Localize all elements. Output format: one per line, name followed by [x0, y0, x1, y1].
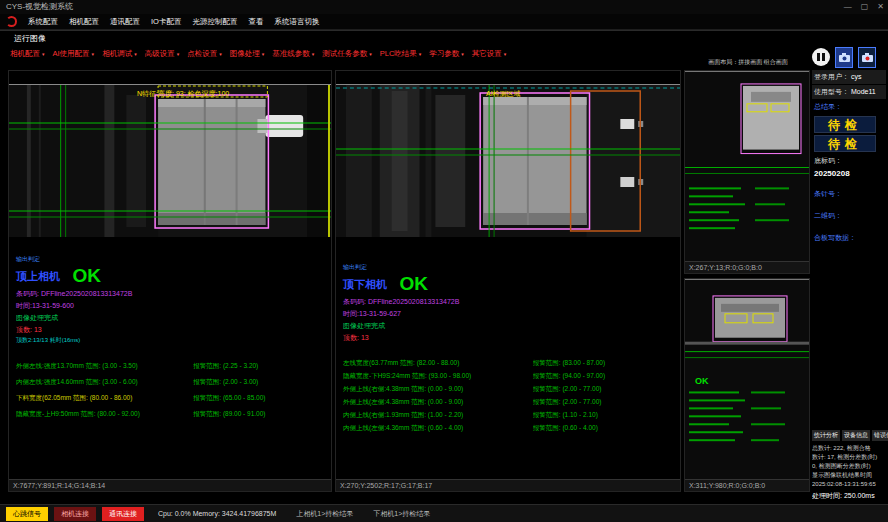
result-panel-bottom: 输出判定 顶下相机 OK 条码码: DFFline202502081331347…	[343, 263, 676, 434]
menu-camera-config[interactable]: 相机配置	[69, 14, 99, 29]
tab-device-info[interactable]: 设备信息	[842, 430, 870, 441]
camera-image-bottom-graphic	[336, 85, 680, 237]
maximize-button[interactable]: ▢	[861, 0, 869, 14]
pause-button[interactable]	[812, 48, 830, 66]
menu-comm-config[interactable]: 通讯配置	[110, 14, 140, 29]
app-logo-icon	[6, 16, 17, 27]
menu-io-config[interactable]: IO卡配置	[151, 14, 181, 29]
judge-label: 输出判定	[343, 263, 676, 272]
toolbar-ai-config-button[interactable]: AI使用配置	[53, 49, 95, 59]
window-controls: — ▢ ✕	[844, 0, 884, 14]
pixel-coords-readout: X:267;Y:13;R:0;G:0;B:0	[685, 261, 809, 273]
toolbar-plc-result-button[interactable]: PLC吃结果	[380, 49, 422, 59]
process-status-text: 图像处理完成	[343, 321, 676, 331]
measurement-row: 外侧左线:强度13.70mm 范围: (3.00 - 3.50) 报警范围: (…	[16, 358, 327, 374]
model-select[interactable]: Mode11	[851, 88, 876, 95]
toolbar-spotcheck-button[interactable]: 点检设置	[187, 49, 222, 59]
measurement-rows: 左线宽度(63.77mm 范围: (82.00 - 88.00) 报警范围: (…	[343, 356, 676, 434]
toolbar-camera-config-button[interactable]: 相机配置	[10, 49, 45, 59]
pixel-coords-readout: X:311;Y:980;R:0;G:0;B:0	[685, 479, 809, 491]
tab-error-info[interactable]: 错误信息	[872, 430, 888, 441]
window-title: CYS-视觉检测系统	[6, 2, 73, 11]
status-badge: OK	[399, 273, 428, 294]
base-code-label: 底标码：	[812, 154, 886, 168]
minimize-button[interactable]: —	[844, 0, 852, 14]
toolbar-test-task-params-button[interactable]: 测试任务参数	[322, 49, 372, 59]
toolbar: 相机配置 AI使用配置 相机调试 高级设置 点检设置 图像处理 基准线参数 测试…	[10, 46, 690, 62]
camera-view-bottom: AI检测区域 输出判定 顶下相机 OK 条码码: DFFline20250208…	[335, 70, 681, 492]
extra-timing-text: 顶数2:13/13 耗时(16ms)	[16, 336, 327, 345]
camera-name: 顶下相机	[343, 278, 387, 290]
qr-code-label: 二维码：	[812, 209, 886, 223]
camera-image-bottom[interactable]: AI检测区域	[336, 84, 680, 237]
side-view-2-image[interactable]: OK	[685, 279, 809, 479]
result-box-2: 待检	[814, 135, 876, 152]
stats-tabs: 统计分析 设备信息 错误信息	[812, 430, 886, 441]
pin-number-label: 条针号：	[812, 187, 886, 201]
camera-icon	[862, 53, 873, 62]
measurement-row: 内侧上线(左侧:4.36mm 范围: (0.60 - 4.00) 报警范围: (…	[343, 421, 676, 434]
window-titlebar: CYS-视觉检测系统 — ▢ ✕	[0, 0, 888, 14]
stat-line: 0, 检测图断分差数(时)	[812, 462, 886, 471]
barcode-text: 条码码: DFFline2025020813313472B	[16, 289, 327, 299]
toolbar-advanced-settings-button[interactable]: 高级设置	[145, 49, 180, 59]
count-text: 顶数: 13	[16, 325, 327, 335]
measurement-row: 隐藏宽度-下H9S:24mm 范围: (93.00 - 98.00) 报警范围:…	[343, 369, 676, 382]
measurement-rows: 外侧左线:强度13.70mm 范围: (3.00 - 3.50) 报警范围: (…	[16, 358, 327, 422]
side-view-1-image[interactable]	[685, 71, 809, 261]
stats-section: 统计分析 设备信息 错误信息 总数计: 222, 检测合格 数计: 17, 检测…	[812, 430, 886, 500]
measurement-row: 左线宽度(63.77mm 范围: (82.00 - 88.00) 报警范围: (…	[343, 356, 676, 369]
toolbar-camera-debug-button[interactable]: 相机调试	[102, 49, 137, 59]
sidebar-action-icons	[812, 44, 886, 70]
close-button[interactable]: ✕	[877, 0, 884, 14]
result-box-1: 待检	[814, 116, 876, 133]
side-view-1-graphic	[685, 72, 809, 261]
timestamp-text: 时间:13-31-59-600	[16, 301, 327, 311]
toolbar-learn-params-button[interactable]: 学习参数	[429, 49, 464, 59]
camera-view-top: N特征:高度: 93; 检色深度:100 输出判定 顶上相机 OK 条码码: D…	[8, 70, 332, 492]
process-status-text: 图像处理完成	[16, 313, 327, 323]
layout-caption: 画面布局：拼接画面 组合画面	[686, 58, 810, 67]
judge-label: 输出判定	[16, 255, 327, 264]
total-result-label: 总结果：	[812, 100, 886, 114]
base-code-value: 20250208	[812, 168, 886, 179]
menu-light-config[interactable]: 光源控制配置	[192, 14, 237, 29]
toolbar-baseline-params-button[interactable]: 基准线参数	[272, 49, 314, 59]
status-badge-small: OK	[695, 376, 709, 386]
camera-connection-indicator: 相机连接	[54, 507, 96, 521]
camera-layout-button-2[interactable]	[858, 47, 876, 68]
model-label: 使用型号：	[814, 88, 849, 95]
image-overlay-text-bottom: AI检测区域	[486, 89, 521, 99]
login-user-row: 登录用户： cys	[812, 70, 886, 84]
camera-image-top[interactable]: N特征:高度: 93; 检色深度:100	[9, 84, 331, 237]
measurement-row: 内侧上线(右侧:1.93mm 范围: (1.00 - 2.20) 报警范围: (…	[343, 408, 676, 421]
menu-view[interactable]: 查看	[248, 14, 263, 29]
side-view-1: X:267;Y:13;R:0;G:0;B:0	[684, 70, 810, 274]
toolbar-image-process-button[interactable]: 图像处理	[230, 49, 265, 59]
camera-layout-button-1[interactable]	[835, 47, 853, 68]
stat-line: 2025:02:08-13:31:59:65	[812, 480, 886, 489]
pixel-coords-readout: X:7677;Y:891;R:14;G:14;B:14	[9, 479, 331, 491]
camera-image-top-graphic	[9, 85, 331, 237]
image-overlay-text-top: N特征:高度: 93; 检色深度:100	[137, 89, 229, 99]
menu-language-switch[interactable]: 系统语言切换	[274, 14, 319, 29]
model-row: 使用型号： Mode11	[812, 85, 886, 99]
stat-line: 数计: 17, 检测分差数(时)	[812, 453, 886, 462]
timestamp-text: 时间:13-31-59-627	[343, 309, 676, 319]
status-bar: 心跳信号 相机连接 通讯连接 Cpu: 0.0% Memory: 3424.41…	[0, 504, 888, 522]
toolbar-other-settings-button[interactable]: 其它设置	[472, 49, 507, 59]
measurement-row: 内侧左线:强度14.60mm 范围: (3.00 - 6.00) 报警范围: (…	[16, 374, 327, 390]
menu-system-config[interactable]: 系统配置	[28, 14, 58, 29]
login-user-label: 登录用户：	[814, 73, 849, 80]
tab-stats-analysis[interactable]: 统计分析	[812, 430, 840, 441]
heartbeat-indicator: 心跳信号	[6, 507, 48, 521]
camera-icon	[839, 53, 850, 62]
side-view-2: OK X:311;Y:980;R:0;G:0;B:0	[684, 278, 810, 492]
barcode-text: 条码码: DFFline2025020813313472B	[343, 297, 676, 307]
pixel-coords-readout: X:270;Y:2502;R:17;G:17;B:17	[336, 479, 680, 491]
login-user-value: cys	[851, 73, 862, 80]
camera-name: 顶上相机	[16, 270, 60, 282]
tab-run-image[interactable]: 运行图像	[14, 33, 46, 44]
board-write-label: 合板写数据：	[812, 231, 886, 245]
measurement-row: 下料宽度(62.05mm 范围: (80.00 - 86.00) 报警范围: (…	[16, 390, 327, 406]
